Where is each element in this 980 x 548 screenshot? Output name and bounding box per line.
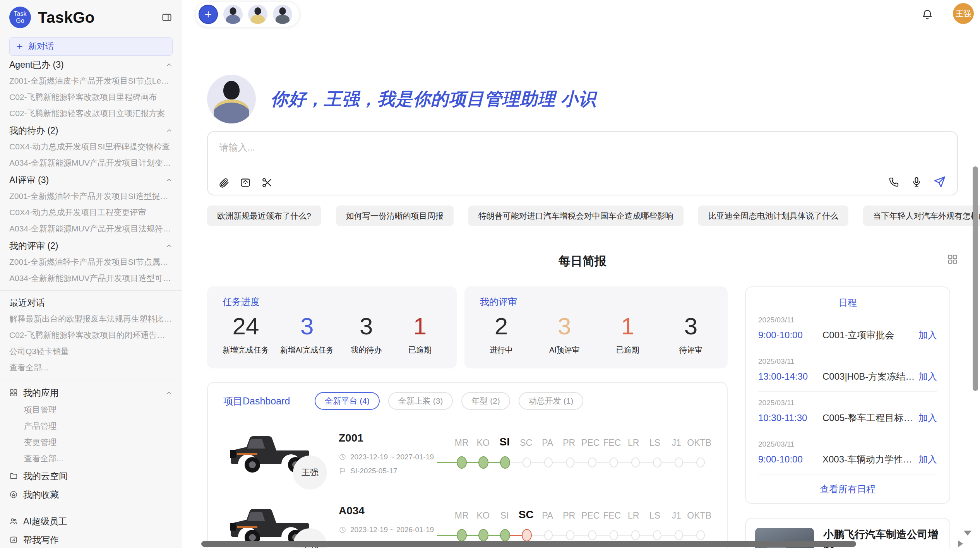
- app-item[interactable]: 变更管理: [9, 434, 173, 450]
- sidebar-item-ai-super-staff[interactable]: AI超级员工: [9, 512, 173, 531]
- sidebar-group-title: 我的待办 (2): [9, 125, 58, 137]
- project-row[interactable]: 王强A0342023-12-19 ~ 2026-01-19SC-2025-05-…: [223, 497, 711, 548]
- recent-chat-item[interactable]: C02-飞腾新能源轻客改款项目的闭环通告反馈情况: [9, 327, 173, 343]
- schedule-event[interactable]: 2025/03/1113:00-14:30C003|H0B-方案冻结评审加入: [758, 350, 937, 392]
- milestone-label: LR: [623, 438, 644, 448]
- new-chat-button[interactable]: 新对话: [9, 37, 173, 56]
- agent-avatar-2[interactable]: [248, 5, 267, 24]
- sidebar-item-my-apps[interactable]: 我的应用: [9, 384, 173, 402]
- chevron-up-icon[interactable]: [166, 176, 173, 183]
- attachment-paperclip-icon[interactable]: [218, 177, 230, 188]
- scroll-right-arrow-icon[interactable]: [958, 540, 963, 547]
- sidebar-group-header[interactable]: 我的待办 (2): [9, 122, 173, 139]
- event-join-link[interactable]: 加入: [918, 370, 937, 383]
- sidebar-group-header[interactable]: 我的评审 (2): [9, 238, 173, 254]
- sidebar-group-header[interactable]: Agent已办 (3): [9, 57, 173, 73]
- sidebar-task-item[interactable]: C0X4-动力总成开发项目工程变更评审: [9, 204, 173, 221]
- vertical-scrollbar[interactable]: [973, 166, 978, 391]
- suggestion-chip[interactable]: 如何写一份清晰的项目周报: [336, 206, 454, 226]
- project-info: Z0012023-12-19 ~ 2027-01-19SI-2025-05-17: [339, 432, 443, 475]
- add-agent-button[interactable]: [199, 5, 218, 24]
- sidebar-task-item[interactable]: Z001-全新燃油皮卡产品开发项目SI节点Lesson Learn报告: [9, 73, 173, 89]
- event-join-link[interactable]: 加入: [918, 329, 937, 341]
- app-item[interactable]: 项目管理: [9, 402, 173, 418]
- agent-avatar-3[interactable]: [273, 5, 292, 24]
- milestone-labels: MRKOSISCPAPRPECFECLRLSJ1OKTB: [451, 509, 711, 521]
- milestone-label: PEC: [580, 438, 601, 448]
- project-row[interactable]: 王强Z0012023-12-19 ~ 2027-01-19SI-2025-05-…: [223, 425, 711, 483]
- schedule-event[interactable]: 2025/03/1110:30-11:30C005-整车工程目标评审加入: [758, 392, 937, 433]
- dashboard-tab[interactable]: 全新平台 (4): [315, 392, 380, 410]
- recent-view-all-link[interactable]: 查看全部...: [9, 360, 173, 376]
- sidebar-item-favorites[interactable]: 我的收藏: [9, 485, 173, 504]
- horizontal-scrollbar[interactable]: [201, 541, 856, 547]
- sidebar-task-item[interactable]: C02-飞腾新能源轻客改款项目立项汇报方案: [9, 105, 173, 122]
- microphone-icon[interactable]: [911, 176, 922, 188]
- chevron-up-icon[interactable]: [166, 242, 173, 249]
- send-icon[interactable]: [933, 175, 946, 188]
- suggestion-chip[interactable]: 比亚迪全固态电池计划具体说了什么: [698, 206, 848, 226]
- app-item[interactable]: 产品管理: [9, 418, 173, 434]
- project-code: Z001: [339, 432, 443, 444]
- sidebar-task-item[interactable]: A034-全新新能源MUV产品开发项目法规符合性评审: [9, 221, 173, 237]
- divider: [0, 380, 182, 380]
- stat-value: 2: [480, 313, 523, 339]
- stat-value: 3: [280, 313, 334, 339]
- sidebar-item-cloud-space[interactable]: 我的云空间: [9, 467, 173, 485]
- suggestion-chip[interactable]: 欧洲新规最近颁布了什么?: [207, 206, 321, 226]
- apps-view-all-link[interactable]: 查看全部...: [9, 450, 173, 467]
- project-dates: 2023-12-19 ~ 2026-01-19: [339, 526, 443, 534]
- suggestion-chip[interactable]: 当下年轻人对汽车外观有怎样的喜好趋势: [863, 206, 980, 226]
- stat-label: 新增完成任务: [223, 345, 269, 355]
- sidebar-collapse-button[interactable]: [161, 12, 173, 23]
- milestone-track: MRKOSISCPAPRPECFECLRLSJ1OKTB: [451, 509, 711, 544]
- sidebar-task-item[interactable]: A034-全新新能源MUV产品开发项目造型可行性评审: [9, 270, 173, 286]
- stat-row: 2进行中3AI预评审1已逾期3待评审: [480, 313, 712, 355]
- schedule-event[interactable]: 2025/03/119:00-10:00X003-车辆动力学性能验...加入: [758, 433, 937, 474]
- chevron-up-icon[interactable]: [166, 389, 173, 396]
- composer-left-tools: [218, 177, 273, 188]
- chevron-up-icon[interactable]: [166, 127, 173, 134]
- image-icon[interactable]: [240, 177, 251, 188]
- event-join-link[interactable]: 加入: [918, 453, 937, 466]
- project-dates-text: 2023-12-19 ~ 2027-01-19: [350, 453, 434, 461]
- scissors-icon[interactable]: [261, 177, 273, 188]
- event-row: 9:00-10:00X003-车辆动力学性能验...加入: [758, 453, 937, 466]
- milestone-dot: [522, 529, 532, 541]
- view-all-schedule-link[interactable]: 查看所有日程: [758, 483, 937, 495]
- recent-chat-item[interactable]: 公司Q3轻卡销量: [9, 343, 173, 360]
- dashboard-tabs: 全新平台 (4)全新上装 (3)年型 (2)动总开发 (1): [315, 392, 583, 410]
- project-rows: 王强Z0012023-12-19 ~ 2027-01-19SI-2025-05-…: [223, 425, 711, 548]
- schedule-events: 2025/03/119:00-10:00C001-立项审批会加入2025/03/…: [758, 309, 937, 474]
- milestone-dot: [653, 530, 661, 540]
- sidebar-task-item[interactable]: Z001-全新燃油轻卡产品开发项目SI造型提交物评审: [9, 188, 173, 204]
- dashboard-tab[interactable]: 年型 (2): [461, 392, 510, 410]
- sidebar-task-item[interactable]: C02-飞腾新能源轻客改款项目里程碑画布: [9, 89, 173, 105]
- milestone-label: KO: [472, 438, 493, 448]
- dashboard-tab[interactable]: 动总开发 (1): [519, 392, 584, 410]
- chat-input[interactable]: [208, 132, 957, 195]
- sidebar-task-item[interactable]: A034-全新新能源MUV产品开发项目计划变更表编写: [9, 155, 173, 171]
- event-join-link[interactable]: 加入: [918, 412, 937, 424]
- sidebar-task-item[interactable]: Z001-全新燃油轻卡产品开发项目SI节点属性5D文件评审: [9, 254, 173, 270]
- phone-call-icon[interactable]: [888, 176, 900, 188]
- event-time: 13:00-14:30: [758, 371, 822, 382]
- scroll-down-arrow-icon[interactable]: [964, 531, 971, 536]
- dashboard-title: 项目Dashboard: [223, 395, 290, 408]
- brief-layout-grid-icon[interactable]: [947, 254, 958, 265]
- sidebar-group-header[interactable]: AI评审 (3): [9, 172, 173, 188]
- sidebar-item-help-me-write[interactable]: 帮我写作: [9, 531, 173, 548]
- suggestion-chip[interactable]: 特朗普可能对进口汽车增税会对中国车企造成哪些影响: [468, 206, 684, 226]
- recent-chat-item[interactable]: 解释最新出台的欧盟报废车法规再生塑料比例被调至15%...: [9, 311, 173, 327]
- stat-value: 3: [345, 313, 387, 339]
- agent-avatar-1[interactable]: [223, 5, 243, 24]
- stat-card: 我的评审2进行中3AI预评审1已逾期3待评审: [464, 286, 728, 368]
- stat-label: 我的待办: [345, 345, 387, 355]
- dashboard-tab[interactable]: 全新上装 (3): [388, 392, 453, 410]
- milestone-track: MRKOSISCPAPRPECFECLRLSJ1OKTB: [451, 436, 711, 471]
- sidebar-task-item[interactable]: C0X4-动力总成开发项目SI里程碑提交物检查: [9, 139, 173, 155]
- chevron-up-icon[interactable]: [166, 61, 173, 68]
- milestone-label: J1: [666, 438, 687, 448]
- stat: 24新增完成任务: [223, 313, 269, 355]
- schedule-event[interactable]: 2025/03/119:00-10:00C001-立项审批会加入: [758, 309, 937, 350]
